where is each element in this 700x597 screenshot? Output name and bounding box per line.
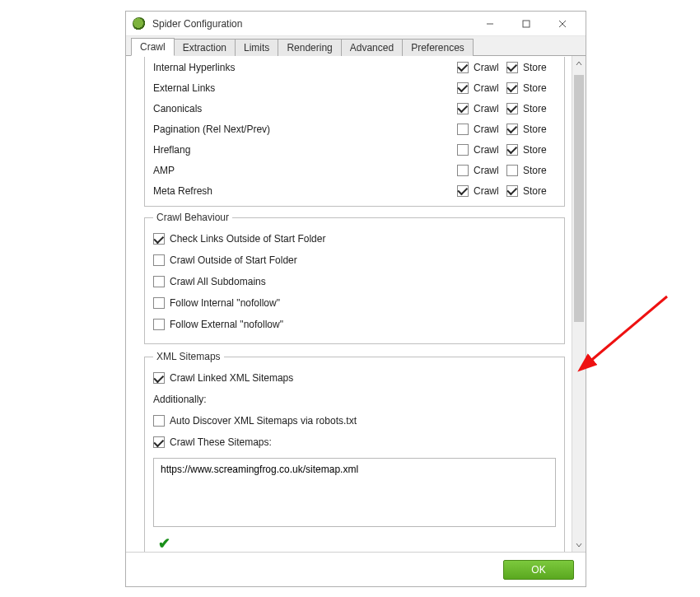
titlebar: Spider Configuration [126,12,586,36]
xml-sitemaps-group: XML Sitemaps Crawl Linked XML Sitemaps A… [144,351,565,552]
tab-content: Internal Hyperlinks Crawl Store External… [126,56,572,552]
col-store-label: Store [523,62,547,73]
close-button[interactable] [544,12,581,35]
crawl-checkbox[interactable] [457,124,469,135]
store-checkbox[interactable] [506,165,518,176]
annotation-arrow-icon [576,288,675,379]
svg-line-4 [589,296,667,362]
window-buttons [472,12,581,35]
ok-button[interactable]: OK [503,560,574,580]
store-checkbox[interactable] [506,124,518,135]
link-row: Internal Hyperlinks Crawl Store [153,57,556,77]
link-row: Canonicals Crawl Store [153,98,556,119]
crawl-checkbox[interactable] [457,144,469,156]
maximize-button[interactable] [508,12,544,35]
link-row: Pagination (Rel Next/Prev) Crawl Store [153,119,556,139]
tabs-row: Crawl Extraction Limits Rendering Advanc… [126,36,586,56]
option-row: Check Links Outside of Start Folder [153,228,556,250]
store-checkbox[interactable] [506,62,518,73]
crawl-checkbox[interactable] [457,185,469,197]
link-label: Canonicals [153,103,457,114]
link-label: Internal Hyperlinks [153,62,457,73]
crawl-checkbox[interactable] [457,82,469,94]
option-row: Follow External "nofollow" [153,314,556,335]
dialog-footer: OK [126,552,586,586]
option-label: Crawl These Sitemaps: [170,436,272,448]
link-label: Hreflang [153,144,457,156]
group-legend: XML Sitemaps [153,351,224,362]
scroll-down-icon[interactable] [572,538,586,552]
option-checkbox[interactable] [153,297,165,309]
app-icon [133,17,146,30]
scroll-up-icon[interactable] [572,56,586,70]
option-checkbox[interactable] [153,436,165,448]
option-row: Crawl Outside of Start Folder [153,250,556,271]
crawl-checkbox[interactable] [457,103,469,114]
additionally-label: Additionally: [153,389,556,410]
option-checkbox[interactable] [153,276,165,287]
option-checkbox[interactable] [153,415,165,427]
option-label: Follow External "nofollow" [170,319,283,330]
option-label: Follow Internal "nofollow" [170,297,280,309]
sitemap-urls-input[interactable] [153,458,556,527]
window-title: Spider Configuration [152,18,472,30]
option-checkbox[interactable] [153,372,165,384]
option-label: Crawl All Subdomains [170,276,266,287]
tab-rendering[interactable]: Rendering [278,39,341,56]
crawl-checkbox[interactable] [457,165,469,176]
option-label: Auto Discover XML Sitemaps via robots.tx… [170,415,357,427]
link-label: AMP [153,165,457,176]
link-label: Pagination (Rel Next/Prev) [153,124,457,135]
option-row: Crawl Linked XML Sitemaps [153,367,556,389]
option-row: Auto Discover XML Sitemaps via robots.tx… [153,410,556,431]
valid-check-icon: ✔ [158,534,556,552]
tab-preferences[interactable]: Preferences [402,39,474,56]
group-legend: Crawl Behaviour [153,212,232,223]
tab-crawl[interactable]: Crawl [131,38,175,56]
link-row: External Links Crawl Store [153,77,556,98]
link-row: Hreflang Crawl Store [153,139,556,160]
option-row: Crawl These Sitemaps: [153,431,556,453]
link-label: Meta Refresh [153,185,457,197]
scroll-track[interactable] [572,70,586,538]
option-label: Check Links Outside of Start Folder [170,233,325,245]
link-options-box: Internal Hyperlinks Crawl Store External… [144,57,565,207]
option-checkbox[interactable] [153,319,165,330]
option-label: Crawl Outside of Start Folder [170,254,297,266]
crawl-behaviour-group: Crawl Behaviour Check Links Outside of S… [144,212,565,344]
link-row: AMP Crawl Store [153,160,556,180]
option-checkbox[interactable] [153,233,165,245]
option-label: Crawl Linked XML Sitemaps [170,372,293,384]
option-row: Follow Internal "nofollow" [153,292,556,314]
store-checkbox[interactable] [506,103,518,114]
option-row: Crawl All Subdomains [153,271,556,292]
col-crawl-label: Crawl [474,62,499,73]
tab-extraction[interactable]: Extraction [174,39,236,56]
tab-advanced[interactable]: Advanced [341,39,403,56]
crawl-checkbox[interactable] [457,62,469,73]
store-checkbox[interactable] [506,82,518,94]
option-checkbox[interactable] [153,254,165,266]
svg-rect-1 [523,21,530,27]
minimize-button[interactable] [472,12,508,35]
tab-limits[interactable]: Limits [235,39,278,56]
config-window: Spider Configuration Crawl Extraction Li… [125,11,586,587]
link-row: Meta Refresh Crawl Store [153,180,556,201]
scroll-thumb[interactable] [574,75,584,322]
store-checkbox[interactable] [506,185,518,197]
store-checkbox[interactable] [506,144,518,156]
vertical-scrollbar[interactable] [572,56,586,552]
link-label: External Links [153,82,457,94]
